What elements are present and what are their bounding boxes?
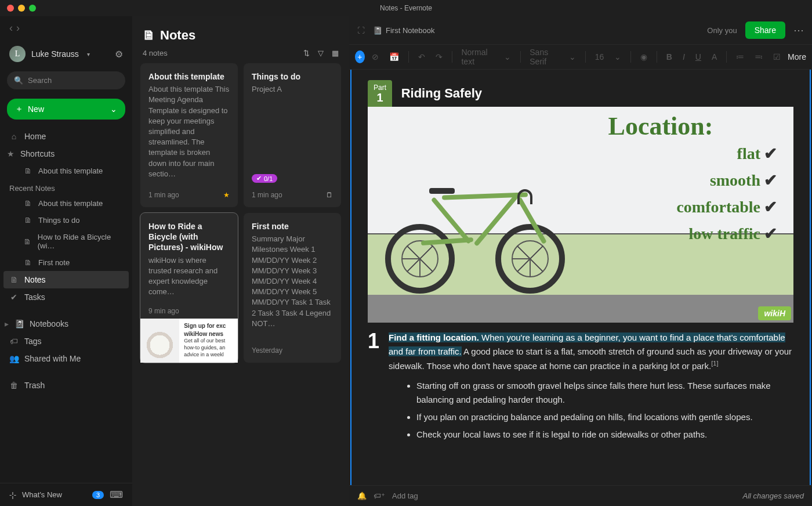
bullet-item: Check your local laws to see if it is le…: [416, 428, 793, 442]
account-menu[interactable]: L Luke Strauss ▾ ⚙: [0, 42, 132, 66]
sidebar-item-home[interactable]: ⌂ Home: [0, 128, 132, 145]
new-label: New: [28, 104, 44, 114]
notebook-icon: 📓: [373, 26, 382, 35]
toolbar-more-button[interactable]: More: [788, 52, 806, 62]
undo-button[interactable]: ↶: [415, 50, 429, 64]
maximize-window-button[interactable]: [29, 5, 36, 12]
loc-item-text: flat: [737, 144, 760, 162]
sidebar-item-notes[interactable]: 🗎 Notes: [3, 271, 129, 288]
sidebar-item-tags[interactable]: 🏷 Tags: [0, 332, 132, 350]
recent-note-item[interactable]: 🗎 First note: [0, 254, 132, 271]
view-toggle-icon[interactable]: ▦: [332, 49, 339, 57]
notes-list-column: 🗎 Notes 4 notes ⇅ ▽ ▦ About this templat…: [132, 16, 349, 506]
recent-note-item[interactable]: 🗎 Things to do: [0, 212, 132, 229]
recent-note-item[interactable]: 🗎 How to Ride a Bicycle (wi…: [0, 229, 132, 254]
filter-icon[interactable]: ▽: [318, 49, 324, 57]
sort-icon[interactable]: ⇅: [303, 49, 310, 57]
note-card[interactable]: First note Summary Major Milestones Week…: [244, 213, 341, 363]
chevron-right-icon: ▸: [5, 319, 9, 328]
nav-back-button[interactable]: ‹: [9, 22, 13, 34]
notes-icon: 🗎: [143, 28, 155, 43]
sidebar-item-trash[interactable]: 🗑 Trash: [0, 377, 132, 394]
chevron-down-icon: ⌄: [501, 50, 514, 64]
visibility-label[interactable]: Only you: [707, 26, 737, 35]
calendar-icon[interactable]: 📅: [386, 50, 403, 64]
note-card[interactable]: About this template About this template …: [140, 63, 238, 207]
avatar: L: [9, 46, 26, 62]
keyboard-icon[interactable]: ⌨: [110, 489, 123, 500]
tag-icon: 🏷: [9, 337, 19, 346]
sidebar-item-label: Things to do: [38, 216, 80, 225]
shortcut-item[interactable]: 🗎 About this template: [0, 162, 132, 179]
wikihow-logo: wikiH: [758, 306, 791, 320]
loc-item-text: smooth: [710, 171, 760, 189]
sidebar-item-tasks[interactable]: ✔ Tasks: [0, 288, 132, 306]
whats-new-badge: 3: [92, 491, 104, 499]
illustration-title: Location:: [542, 111, 780, 141]
card-excerpt: wikiHow is where trusted research and ex…: [148, 255, 230, 302]
sidebar-item-label: Tasks: [24, 292, 45, 302]
notebook-selector[interactable]: 📓 First Notebook: [373, 26, 435, 35]
note-card[interactable]: How to Ride a Bicycle (with Pictures) - …: [140, 213, 238, 363]
part-badge: Part 1: [368, 80, 392, 107]
note-icon: 🗎: [23, 216, 32, 225]
note-icon: 🗎: [23, 199, 32, 208]
font-family-select[interactable]: Sans Serif: [526, 45, 562, 68]
bullet-list-icon[interactable]: ≔: [733, 50, 748, 64]
checklist-icon[interactable]: ☑: [770, 50, 784, 64]
sidebar-item-label: Trash: [24, 381, 45, 390]
note-icon: 🗎: [23, 258, 32, 267]
editor-content[interactable]: Part 1 Riding Safely Location: flat✔ smo…: [350, 70, 811, 485]
reminder-bell-icon[interactable]: 🔔: [357, 491, 367, 500]
sidebar-item-shortcuts[interactable]: ★ Shortcuts: [0, 145, 132, 162]
highlight-icon[interactable]: A: [708, 50, 720, 64]
save-status: All changes saved: [742, 491, 804, 500]
italic-button[interactable]: I: [679, 50, 688, 64]
close-window-button[interactable]: [7, 5, 14, 12]
search-placeholder: Search: [28, 76, 52, 85]
font-size-select[interactable]: 16: [592, 50, 608, 64]
part-label: Part: [374, 84, 386, 92]
note-icon: 🗎: [23, 237, 32, 246]
sidebar-item-label: First note: [38, 258, 70, 267]
reminder-icon: 🗒: [326, 191, 333, 199]
thumb-sub: Get all of our best how-to guides, an ad…: [184, 338, 225, 357]
bold-button[interactable]: B: [663, 50, 676, 64]
new-note-button[interactable]: ＋ New ⌄: [7, 99, 125, 120]
loc-item-text: comfortable: [676, 198, 760, 216]
text-color-icon[interactable]: ◉: [637, 50, 651, 64]
sidebar-item-shared[interactable]: 👥 Shared with Me: [0, 350, 132, 367]
sidebar-item-label: About this template: [38, 199, 103, 208]
expand-icon[interactable]: ⛶: [357, 26, 365, 35]
more-menu-icon[interactable]: ⋯: [793, 24, 804, 37]
add-tag-icon[interactable]: 🏷⁺: [374, 491, 385, 500]
bullet-item: If you plan on practicing balance and pe…: [416, 410, 793, 424]
search-input[interactable]: 🔍 Search: [7, 71, 125, 89]
notes-list-title: Notes: [160, 28, 195, 43]
chevron-down-icon: ⌄: [566, 50, 579, 64]
loc-item-text: low traffic: [688, 225, 760, 243]
redo-button[interactable]: ↷: [432, 50, 446, 64]
plus-icon: -¦-: [9, 490, 16, 499]
sidebar-item-notebooks[interactable]: ▸ 📓 Notebooks: [0, 315, 132, 332]
search-icon: 🔍: [14, 76, 23, 85]
insert-button[interactable]: +: [355, 50, 365, 63]
share-button[interactable]: Share: [745, 21, 785, 39]
trash-icon: 🗑: [9, 381, 19, 390]
recent-note-item[interactable]: 🗎 About this template: [0, 195, 132, 212]
paragraph-style-select[interactable]: Normal text: [458, 45, 496, 68]
settings-gear-icon[interactable]: ⚙: [115, 49, 123, 60]
nav-forward-button[interactable]: ›: [16, 22, 20, 34]
thumb-headline: Sign up for exc wikiHow news: [184, 323, 226, 337]
card-title: How to Ride a Bicycle (with Pictures) - …: [148, 221, 230, 253]
bullet-item: Starting off on grass or smooth gravel h…: [416, 379, 793, 407]
numbered-list-icon[interactable]: ≕: [751, 50, 766, 64]
task-icon[interactable]: ⊘: [368, 50, 382, 64]
minimize-window-button[interactable]: [18, 5, 25, 12]
underline-button[interactable]: U: [692, 50, 705, 64]
sidebar-item-label: Shortcuts: [20, 149, 55, 158]
add-tag-button[interactable]: Add tag: [392, 491, 418, 500]
note-card[interactable]: Things to do Project A ✔ 0/1 1 min ago 🗒: [244, 63, 341, 207]
card-time: 1 min ago: [148, 191, 179, 199]
whats-new-link[interactable]: What's New: [22, 490, 62, 499]
